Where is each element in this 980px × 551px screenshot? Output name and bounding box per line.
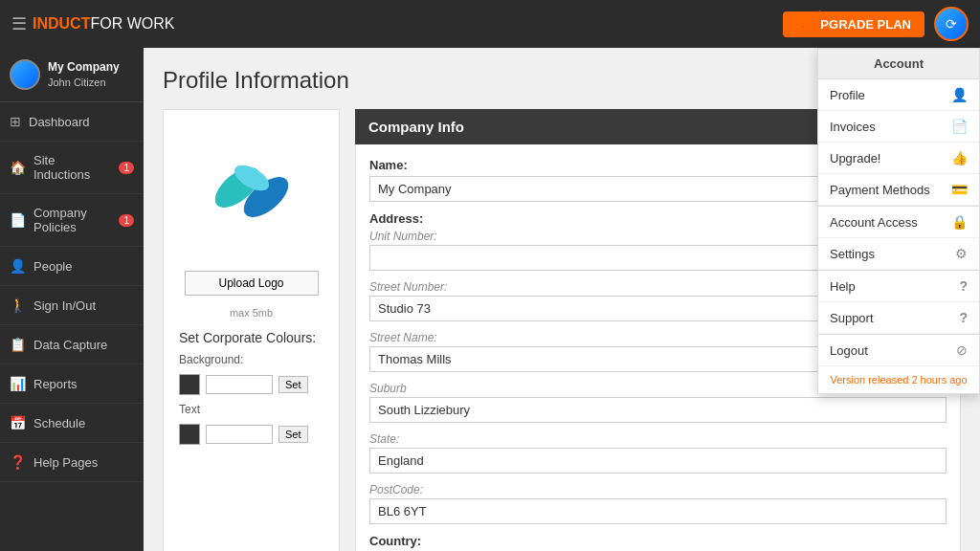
dropdown-upgrade-label: Upgrade! xyxy=(830,151,880,165)
sidebar: My Company John Citizen ⊞ Dashboard 🏠 Si… xyxy=(0,48,144,551)
account-dropdown: Account Profile 👤 Invoices 📄 Upgrade! 👍 … xyxy=(817,48,980,394)
postcode-group: PostCode: xyxy=(369,483,947,524)
dropdown-settings-label: Settings xyxy=(830,247,875,261)
dropdown-item-help[interactable]: Help ? xyxy=(818,271,979,302)
sidebar-user-name: John Citizen xyxy=(48,76,120,90)
invoices-icon: 📄 xyxy=(951,119,968,134)
sidebar-item-label: Data Capture xyxy=(33,338,107,352)
help-pages-icon: ❓ xyxy=(10,454,26,470)
site-inductions-badge: 1 xyxy=(119,162,134,174)
background-colour-label: Background: xyxy=(179,353,217,366)
dropdown-logout-label: Logout xyxy=(830,343,868,358)
dropdown-help-label: Help xyxy=(830,279,856,294)
text-colour-inputs: Set xyxy=(179,424,323,445)
sidebar-item-dashboard[interactable]: ⊞ Dashboard xyxy=(0,102,144,142)
dropdown-item-upgrade[interactable]: Upgrade! 👍 xyxy=(818,143,979,174)
main-content: Profile Information Upload Logo max 5mb … xyxy=(144,48,980,551)
lock-icon: 🔒 xyxy=(951,214,968,230)
support-icon: ? xyxy=(959,310,968,325)
state-group: State: xyxy=(369,432,947,474)
sidebar-item-sign-in-out[interactable]: 🚶 Sign In/Out xyxy=(0,286,144,325)
country-group: Country: United Kingdom xyxy=(369,534,947,551)
max-size-label: max 5mb xyxy=(230,307,273,319)
sidebar-item-site-inductions[interactable]: 🏠 Site Inductions 1 xyxy=(0,142,144,194)
background-set-button[interactable]: Set xyxy=(278,376,308,393)
sidebar-company-name: My Company xyxy=(48,59,120,76)
sidebar-item-data-capture[interactable]: 📋 Data Capture xyxy=(0,325,144,364)
text-colour-input[interactable] xyxy=(206,425,273,444)
state-label: State: xyxy=(369,432,947,446)
logo: ☰ INDUCTFOR WORK xyxy=(11,13,174,34)
sidebar-user-info: My Company John Citizen xyxy=(48,59,120,90)
user-avatar[interactable]: ⟳ xyxy=(934,7,969,41)
logo-for-work: FOR WORK xyxy=(90,15,174,32)
logo-induct: INDUCT xyxy=(33,15,90,32)
profile-icon: 👤 xyxy=(951,87,968,102)
sidebar-item-label: Schedule xyxy=(33,416,85,430)
header-right: UPGRADE PLAN ⟳ xyxy=(783,7,969,41)
company-policies-icon: 📄 xyxy=(10,212,26,228)
logout-icon: ⊘ xyxy=(956,342,968,358)
sidebar-user: My Company John Citizen xyxy=(0,48,144,102)
sidebar-avatar xyxy=(10,59,40,90)
dashboard-icon: ⊞ xyxy=(10,114,21,129)
people-icon: 👤 xyxy=(10,258,26,274)
dropdown-item-logout[interactable]: Logout ⊘ xyxy=(818,335,979,366)
logo-text: INDUCTFOR WORK xyxy=(33,15,174,33)
dropdown-item-settings[interactable]: Settings ⚙ xyxy=(818,238,979,270)
upload-logo-button[interactable]: Upload Logo xyxy=(185,271,319,296)
sidebar-item-reports[interactable]: 📊 Reports xyxy=(0,364,144,404)
sidebar-item-label: Company Policies xyxy=(33,206,109,234)
settings-icon: ⚙ xyxy=(955,246,968,261)
postcode-input[interactable] xyxy=(369,498,947,524)
text-set-button[interactable]: Set xyxy=(278,426,308,443)
sidebar-item-company-policies[interactable]: 📄 Company Policies 1 xyxy=(0,194,144,247)
dropdown-profile-label: Profile xyxy=(830,88,865,102)
dropdown-item-account-access[interactable]: Account Access 🔒 xyxy=(818,207,979,238)
text-colour-controls: Text xyxy=(179,403,323,416)
hamburger-icon[interactable]: ☰ xyxy=(11,13,27,34)
text-colour-label: Text xyxy=(179,403,217,416)
sidebar-item-label: People xyxy=(33,259,72,274)
suburb-input[interactable] xyxy=(369,397,947,423)
dropdown-item-payment-methods[interactable]: Payment Methods 💳 xyxy=(818,174,979,206)
text-colour-swatch[interactable] xyxy=(179,424,200,445)
company-policies-badge: 1 xyxy=(119,214,134,227)
company-logo-svg xyxy=(194,135,309,250)
sidebar-item-label: Site Inductions xyxy=(33,153,109,182)
app-header: ☰ INDUCTFOR WORK UPGRADE PLAN ⟳ xyxy=(0,0,980,48)
dropdown-invoices-label: Invoices xyxy=(830,120,876,134)
payment-icon: 💳 xyxy=(951,182,968,197)
corporate-colours-section: Set Corporate Colours: Background: Set T… xyxy=(179,330,323,452)
sidebar-item-people[interactable]: 👤 People xyxy=(0,247,144,286)
sidebar-item-label: Help Pages xyxy=(33,455,98,470)
dropdown-version: Version released 2 hours ago xyxy=(818,366,979,393)
reports-icon: 📊 xyxy=(10,376,26,391)
help-icon: ? xyxy=(959,278,968,294)
sidebar-item-label: Sign In/Out xyxy=(33,298,96,313)
background-colour-input[interactable] xyxy=(206,375,273,394)
upgrade-arrow xyxy=(763,11,820,37)
body-wrap: My Company John Citizen ⊞ Dashboard 🏠 Si… xyxy=(0,48,980,551)
dropdown-item-support[interactable]: Support ? xyxy=(818,302,979,334)
dropdown-payment-label: Payment Methods xyxy=(830,183,930,197)
data-capture-icon: 📋 xyxy=(10,337,26,352)
version-time: 2 hours ago xyxy=(911,374,967,386)
left-panel: Upload Logo max 5mb Set Corporate Colour… xyxy=(163,109,340,551)
background-colour-row: Background: xyxy=(179,353,323,366)
dropdown-item-profile[interactable]: Profile 👤 xyxy=(818,79,979,111)
dropdown-header: Account xyxy=(818,49,979,79)
sidebar-item-schedule[interactable]: 📅 Schedule xyxy=(0,404,144,443)
dropdown-support-label: Support xyxy=(830,311,874,325)
corporate-title: Set Corporate Colours: xyxy=(179,330,323,345)
logo-preview xyxy=(185,125,319,259)
sidebar-item-label: Reports xyxy=(33,377,78,391)
country-label: Country: xyxy=(369,534,947,548)
dropdown-account-access-label: Account Access xyxy=(830,215,918,230)
dropdown-item-invoices[interactable]: Invoices 📄 xyxy=(818,111,979,143)
background-colour-swatch[interactable] xyxy=(179,374,200,395)
sidebar-item-help-pages[interactable]: ❓ Help Pages xyxy=(0,443,144,482)
sign-in-out-icon: 🚶 xyxy=(10,298,26,313)
state-input[interactable] xyxy=(369,448,947,474)
postcode-label: PostCode: xyxy=(369,483,947,496)
